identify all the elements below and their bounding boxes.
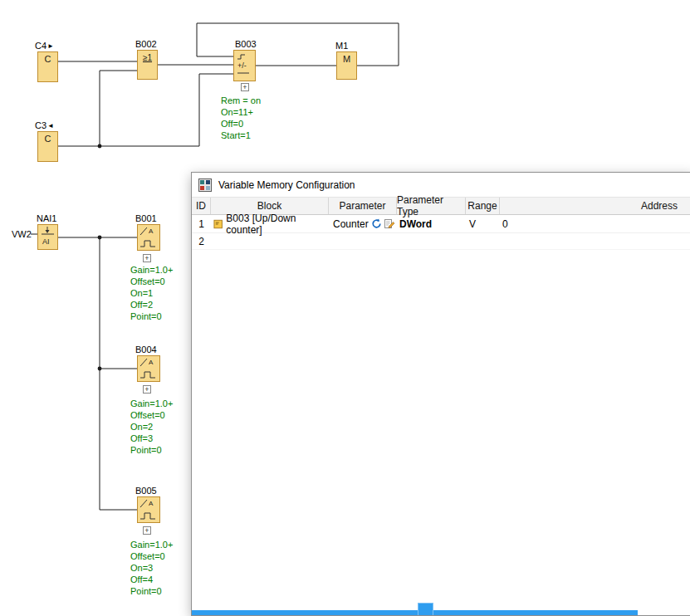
c4-label-text: C4	[35, 41, 46, 51]
column-header-id[interactable]: ID	[192, 198, 211, 214]
plus-glyph: +	[144, 254, 149, 262]
m1-label: M1	[335, 41, 348, 51]
b004-params: Gain=1.0+ Offset=0 On=2 Off=3 Point=0	[130, 398, 173, 456]
b003-label: B003	[235, 39, 257, 49]
cell-parameter-text: Counter	[333, 218, 369, 230]
nai1-label: NAI1	[37, 213, 56, 223]
cell-id: 1	[192, 215, 211, 232]
table-row[interactable]: 1 B003 [Up/Down counter] Counter	[192, 215, 690, 233]
plus-glyph: +	[144, 385, 149, 394]
c3-symbol: C	[45, 134, 51, 144]
b004-expand-icon[interactable]: +	[143, 385, 151, 394]
cell-parameter-type	[397, 233, 466, 249]
edit-icon[interactable]	[384, 218, 395, 229]
param-line: Offset=0	[130, 276, 173, 287]
cell-id: 2	[192, 233, 211, 249]
block-b003[interactable]: +/-	[233, 50, 256, 81]
fbd-editor-canvas: C4► C C3◄ C B002 ≥1 B003 +/- + Rem = on …	[0, 0, 690, 616]
or-symbol: ≥1	[143, 52, 152, 63]
table-row[interactable]: 2	[192, 233, 690, 250]
b001-params: Gain=1.0+ Offset=0 On=1 Off=2 Point=0	[130, 264, 173, 322]
b005-params: Gain=1.0+ Offset=0 On=3 Off=4 Point=0	[130, 539, 173, 597]
block-c3[interactable]: C	[37, 131, 58, 162]
b005-label: B005	[135, 486, 157, 496]
analog-threshold-icon: A	[138, 497, 159, 522]
block-b005[interactable]: A	[137, 496, 160, 523]
plus-glyph: +	[242, 83, 247, 91]
param-line: Off=0	[221, 118, 261, 130]
param-line: Gain=1.0+	[130, 539, 173, 550]
param-line: Offset=0	[130, 550, 173, 562]
param-line: Off=2	[130, 299, 173, 310]
vw2-label: VW2	[12, 229, 32, 239]
svg-text:A: A	[149, 227, 154, 235]
param-line: On=11+	[221, 106, 261, 118]
analog-threshold-icon: A	[138, 225, 159, 250]
cell-parameter	[329, 233, 397, 249]
cell-address: 0	[500, 215, 690, 232]
column-header-range[interactable]: Range	[466, 198, 500, 214]
dialog-icon	[198, 178, 212, 192]
column-header-address[interactable]: Address	[500, 198, 690, 214]
cell-address	[500, 233, 690, 249]
block-m1[interactable]: M	[336, 51, 357, 80]
param-line: Point=0	[130, 310, 173, 322]
param-line: On=1	[130, 287, 173, 299]
bottom-blue-strip	[192, 610, 638, 616]
bottom-blue-button[interactable]	[418, 603, 433, 616]
svg-text:A: A	[149, 359, 154, 366]
c4-symbol: C	[45, 54, 51, 65]
analog-threshold-icon: A	[138, 356, 159, 381]
param-line: Point=0	[130, 585, 173, 597]
cell-block: B003 [Up/Down counter]	[211, 215, 329, 232]
block-b004[interactable]: A	[137, 355, 160, 382]
cell-parameter: Counter	[329, 215, 397, 232]
b005-expand-icon[interactable]: +	[143, 526, 151, 535]
column-header-parameter-type[interactable]: Parameter Type	[397, 198, 466, 214]
b003-expand-icon[interactable]: +	[241, 83, 249, 91]
analog-input-icon: AI	[38, 225, 57, 248]
svg-text:A: A	[149, 500, 154, 507]
block-nai1[interactable]: AI	[37, 224, 58, 250]
param-line: Off=3	[130, 433, 173, 444]
c3-label: C3◄	[35, 120, 54, 130]
param-line: Start=1	[221, 130, 261, 141]
m1-symbol: M	[343, 54, 350, 65]
b001-label: B001	[135, 213, 157, 223]
refresh-icon[interactable]	[371, 218, 382, 229]
param-line: On=3	[130, 562, 173, 574]
b003-params: Rem = on On=11+ Off=0 Start=1	[221, 95, 261, 141]
variable-memory-dialog: Variable Memory Configuration ID Block P…	[191, 172, 690, 616]
block-b002[interactable]: ≥1	[137, 50, 158, 80]
b002-label: B002	[135, 39, 157, 49]
cursor-left-icon: ◄	[47, 122, 54, 130]
param-line: Off=4	[130, 574, 173, 585]
svg-text:AI: AI	[42, 237, 50, 246]
cell-block-text: B003 [Up/Down counter]	[226, 213, 329, 236]
cell-range	[466, 233, 500, 249]
column-header-parameter[interactable]: Parameter	[329, 198, 397, 214]
c4-label: C4►	[35, 41, 54, 51]
dialog-title: Variable Memory Configuration	[218, 179, 355, 191]
param-line: Point=0	[130, 444, 173, 456]
b001-expand-icon[interactable]: +	[143, 254, 151, 262]
cell-range: V	[466, 215, 500, 232]
cursor-right-icon: ►	[47, 42, 54, 50]
updown-counter-icon: +/-	[234, 51, 255, 81]
param-line: On=2	[130, 421, 173, 433]
param-line: Offset=0	[130, 409, 173, 421]
param-line: Rem = on	[221, 95, 261, 106]
block-c4[interactable]: C	[37, 51, 58, 82]
cell-block	[211, 233, 329, 249]
b004-label: B004	[135, 345, 157, 354]
block-icon	[213, 219, 223, 229]
param-line: Gain=1.0+	[130, 264, 173, 276]
block-b001[interactable]: A	[137, 224, 160, 251]
c3-label-text: C3	[35, 120, 46, 130]
cell-parameter-type: DWord	[397, 215, 466, 232]
svg-text:+/-: +/-	[237, 61, 247, 70]
param-line: Gain=1.0+	[130, 398, 173, 409]
plus-glyph: +	[144, 526, 149, 535]
